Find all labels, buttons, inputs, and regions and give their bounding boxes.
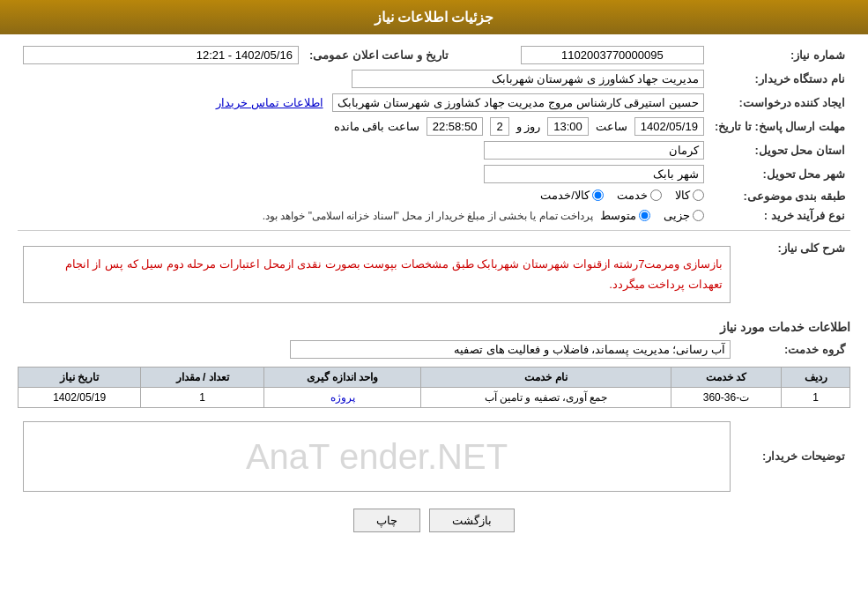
description-label: توضیحات خریدار: [736,415,850,498]
sharh-text: بازسازی ومرمت7رشته ازقنوات شهرستان شهربا… [23,246,731,303]
purchase-motavas-label: متوسط [600,209,636,222]
service-group-value: آب رسانی؛ مدیریت پسماند، فاضلاب و فعالیت… [290,340,731,359]
province-value: کرمان [484,141,704,160]
col-header-date: تاریخ نیاز [19,367,141,387]
category-kala-item[interactable]: کالا [675,189,704,202]
category-khedmat-label: خدمت [617,189,648,202]
cell-name: جمع آوری، تصفیه و تامین آب [421,387,671,407]
purchase-type-note: پرداخت تمام یا بخشی از مبلغ خریدار از مح… [263,210,593,222]
purchase-motavas-radio[interactable] [639,210,650,221]
remaining-value: 22:58:50 [427,117,484,136]
cell-code: ت-36-360 [671,387,782,407]
shm-value: 1102003770000095 [521,46,704,64]
purchase-jozi-item[interactable]: جزیی [664,209,704,222]
contact-link[interactable]: اطلاعات تماس خریدار [216,96,323,109]
category-radio-group: کالا خدمت کالا/خدمت [540,189,704,202]
shm-label: شماره نیاز: [709,43,850,67]
services-table: ردیف کد خدمت نام خدمت واحد اندازه گیری ت… [18,367,850,408]
time-label: ساعت [596,120,627,133]
category-kala-khedmat-radio[interactable] [592,189,604,201]
service-group-label: گروه خدمت: [736,338,850,361]
announce-value: 1402/05/16 - 12:21 [23,46,299,64]
buyer-org-label: نام دستگاه خریدار: [709,67,850,91]
days-value: 2 [490,117,508,136]
print-button[interactable]: چاپ [353,509,420,532]
category-kala-label: کالا [675,189,690,202]
remaining-label: ساعت باقی مانده [334,120,419,133]
city-label: شهر محل تحویل: [709,162,850,186]
col-header-row: ردیف [782,367,850,387]
days-label: روز و [516,120,541,133]
cell-row: 1 [782,387,850,407]
page-header: جزئیات اطلاعات نیاز [0,0,868,34]
province-label: استان محل تحویل: [709,138,850,162]
city-value: شهر بابک [484,165,704,183]
table-row: 1 ت-36-360 جمع آوری، تصفیه و تامین آب پر… [19,387,850,407]
buyer-org-value: مدیریت جهاد کشاورز ی شهرستان شهربابک [352,70,704,88]
date-label: مهلت ارسال پاسخ: تا تاریخ: [709,115,850,138]
col-header-code: کد خدمت [671,367,782,387]
category-kala-radio[interactable] [693,189,704,201]
button-row: بازگشت چاپ [18,509,850,532]
category-kala-khedmat-item[interactable]: کالا/خدمت [540,189,604,202]
purchase-jozi-label: جزیی [664,209,690,222]
divider-1 [18,230,850,231]
cell-unit: پروژه [263,387,421,407]
time-value: 13:00 [547,117,589,136]
page-title: جزئیات اطلاعات نیاز [375,10,494,25]
col-header-qty: تعداد / مقدار [141,367,263,387]
announce-label: تاریخ و ساعت اعلان عمومی: [304,43,480,67]
requester-value: حسین استیرقی کارشناس مروج مدیریت جهاد کش… [332,93,704,112]
date-value: 1402/05/19 [634,117,704,136]
cell-qty: 1 [141,387,263,407]
category-khedmat-radio[interactable] [650,189,662,201]
purchase-type-label: نوع فرآیند خرید : [709,206,850,225]
purchase-motavas-item[interactable]: متوسط [600,209,650,222]
purchase-jozi-radio[interactable] [693,210,704,221]
back-button[interactable]: بازگشت [429,509,515,532]
col-header-unit: واحد اندازه گیری [263,367,421,387]
col-header-name: نام خدمت [421,367,671,387]
service-info-title: اطلاعات خدمات مورد نیاز [18,320,850,334]
description-box[interactable]: AnaT ender.NET [23,421,731,492]
category-khedmat-item[interactable]: خدمت [617,189,662,202]
category-label: طبقه بندی موضوعی: [709,186,850,206]
sharh-label: شرح کلی نیاز: [736,236,850,313]
watermark: AnaT ender.NET [246,436,508,476]
cell-date: 1402/05/19 [19,387,141,407]
purchase-type-radio-group: جزیی متوسط [600,209,704,222]
requester-label: ایجاد کننده درخواست: [709,91,850,115]
category-kala-khedmat-label: کالا/خدمت [540,189,590,202]
